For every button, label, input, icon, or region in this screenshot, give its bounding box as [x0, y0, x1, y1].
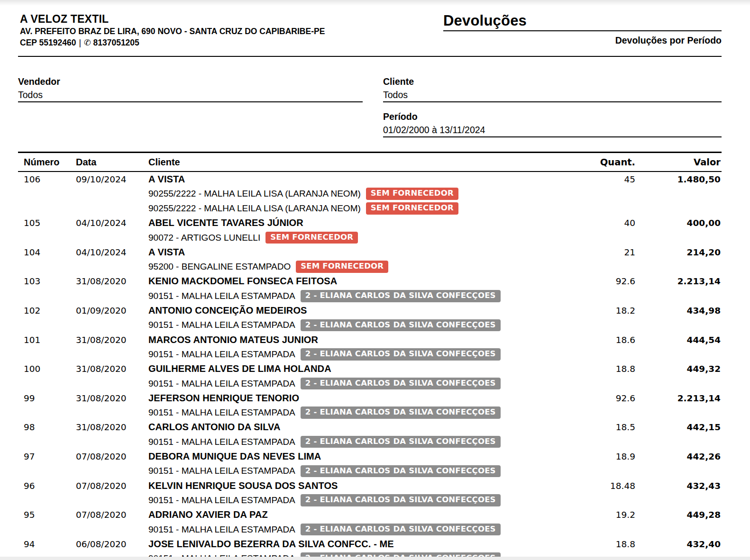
report-subtitle: Devoluções por Período: [443, 35, 722, 46]
cell-numero: 102: [24, 306, 76, 316]
column-header-quant: Quant.: [578, 157, 635, 168]
cell-valor: 444,54: [635, 335, 721, 345]
product-cell: 90151 - MALHA LEILA ESTAMPADA2 - ELIANA …: [148, 348, 578, 361]
cell-cliente: ADRIANO XAVIER DA PAZ: [148, 509, 578, 520]
table-record: 9507/08/2020ADRIANO XAVIER DA PAZ19.2449…: [18, 507, 722, 537]
supplier-badge: SEM FORNECEDOR: [366, 188, 458, 200]
supplier-badge: 2 - ELIANA CARLOS DA SILVA CONFECÇOES: [301, 378, 501, 390]
contact-separator: |: [76, 38, 84, 47]
cell-data: 01/09/2020: [76, 306, 148, 316]
supplier-badge: 2 - ELIANA CARLOS DA SILVA CONFECÇOES: [301, 436, 501, 448]
cell-quant: 21: [578, 247, 635, 257]
product-label: 90151 - MALHA LEILA ESTAMPADA: [148, 437, 295, 447]
record-product-row: 90151 - MALHA LEILA ESTAMPADA2 - ELIANA …: [18, 464, 722, 479]
product-cell: 90151 - MALHA LEILA ESTAMPADA2 - ELIANA …: [148, 552, 578, 560]
filter-periodo: Período 01/02/2000 à 13/11/2024: [383, 111, 722, 137]
record-main-row: 9831/08/2020CARLOS ANTONIO DA SILVA18.54…: [18, 420, 722, 435]
cell-quant: 40: [578, 218, 635, 228]
product-cell: 90255/2222 - MALHA LEILA LISA (LARANJA N…: [148, 188, 578, 200]
cell-numero: 98: [24, 422, 76, 432]
company-name: A VELOZ TEXTIL: [20, 12, 325, 26]
product-label: 90151 - MALHA LEILA ESTAMPADA: [148, 291, 295, 301]
supplier-badge: 2 - ELIANA CARLOS DA SILVA CONFECÇOES: [301, 290, 501, 302]
cell-numero: 104: [24, 247, 76, 257]
cell-quant: 92.6: [578, 393, 635, 403]
cell-data: 31/08/2020: [76, 335, 148, 345]
table-record: 9831/08/2020CARLOS ANTONIO DA SILVA18.54…: [18, 420, 722, 450]
cell-cliente: ANTONIO CONCEIÇÃO MEDEIROS: [148, 305, 578, 316]
cell-data: 31/08/2020: [76, 422, 148, 432]
record-product-row: 90255/2222 - MALHA LEILA LISA (LARANJA N…: [18, 187, 722, 201]
cell-data: 07/08/2020: [76, 481, 148, 491]
cell-quant: 18.5: [578, 422, 635, 432]
filter-vendedor-label: Vendedor: [18, 76, 363, 87]
table-record: 9707/08/2020DEBORA MUNIQUE DAS NEVES LIM…: [18, 449, 722, 479]
cell-data: 31/08/2020: [76, 364, 148, 374]
product-label: 90072 - ARTIGOS LUNELLI: [148, 233, 260, 243]
product-cell: 90151 - MALHA LEILA ESTAMPADA2 - ELIANA …: [148, 319, 578, 332]
cell-valor: 432,40: [635, 539, 721, 549]
product-label: 90151 - MALHA LEILA ESTAMPADA: [148, 553, 295, 560]
cell-numero: 94: [24, 539, 76, 549]
report-page: A VELOZ TEXTIL AV. PREFEITO BRAZ DE LIRA…: [0, 0, 750, 560]
filter-column-right: Cliente Todos Período 01/02/2000 à 13/11…: [383, 76, 722, 137]
record-main-row: 10504/10/2024ABEL VICENTE TAVARES JÚNIOR…: [18, 216, 722, 230]
table-record: 10201/09/2020ANTONIO CONCEIÇÃO MEDEIROS1…: [18, 303, 722, 333]
record-product-row: 90255/2222 - MALHA LEILA LISA (LARANJA N…: [18, 201, 722, 216]
cell-valor: 449,28: [635, 510, 721, 520]
record-product-row: 90151 - MALHA LEILA ESTAMPADA2 - ELIANA …: [18, 434, 722, 449]
cell-quant: 18.2: [578, 306, 635, 316]
column-header-cliente: Cliente: [148, 157, 578, 168]
product-label: 90151 - MALHA LEILA ESTAMPADA: [148, 524, 295, 535]
cell-valor: 2.213,14: [635, 276, 721, 286]
cell-cliente: GUILHERME ALVES DE LIMA HOLANDA: [148, 363, 578, 374]
company-block: A VELOZ TEXTIL AV. PREFEITO BRAZ DE LIRA…: [20, 12, 325, 48]
returns-table: Número Data Cliente Quant. Valor 10609/1…: [18, 152, 722, 560]
filter-vendedor: Vendedor Todos: [18, 76, 363, 102]
document-header: A VELOZ TEXTIL AV. PREFEITO BRAZ DE LIRA…: [18, 12, 722, 48]
cell-numero: 99: [24, 393, 76, 403]
cell-valor: 1.480,50: [635, 174, 721, 184]
cell-valor: 442,26: [635, 452, 721, 461]
table-record: 10609/10/2024A VISTA451.480,5090255/2222…: [18, 172, 722, 216]
table-record: 10131/08/2020MARCOS ANTONIO MATEUS JUNIO…: [18, 333, 722, 362]
cell-numero: 101: [24, 335, 76, 345]
record-main-row: 9507/08/2020ADRIANO XAVIER DA PAZ19.2449…: [18, 507, 722, 522]
product-label: 90151 - MALHA LEILA ESTAMPADA: [148, 320, 295, 330]
table-record: 9406/08/2020JOSE LENIVALDO BEZERRA DA SI…: [18, 537, 722, 560]
product-label: 95200 - BENGALINE ESTAMPADO: [148, 262, 291, 272]
cell-quant: 18.8: [578, 364, 635, 374]
cell-cliente: A VISTA: [148, 174, 578, 185]
supplier-badge: 2 - ELIANA CARLOS DA SILVA CONFECÇOES: [301, 465, 501, 478]
cell-valor: 434,98: [635, 306, 721, 316]
cell-quant: 18.6: [578, 335, 635, 345]
cell-valor: 2.213,14: [635, 393, 721, 403]
table-body: 10609/10/2024A VISTA451.480,5090255/2222…: [18, 172, 722, 560]
cell-valor: 400,00: [635, 218, 721, 228]
product-cell: 90151 - MALHA LEILA ESTAMPADA2 - ELIANA …: [148, 524, 578, 536]
record-main-row: 9406/08/2020JOSE LENIVALDO BEZERRA DA SI…: [18, 537, 722, 551]
record-product-row: 90151 - MALHA LEILA ESTAMPADA2 - ELIANA …: [18, 347, 722, 362]
cell-quant: 19.2: [578, 510, 635, 520]
record-product-row: 90072 - ARTIGOS LUNELLISEM FORNECEDOR: [18, 230, 722, 245]
table-record: 9607/08/2020KELVIN HENRIQUE SOUSA DOS SA…: [18, 479, 722, 508]
record-main-row: 10201/09/2020ANTONIO CONCEIÇÃO MEDEIROS1…: [18, 303, 722, 318]
record-product-row: 90151 - MALHA LEILA ESTAMPADA2 - ELIANA …: [18, 406, 722, 420]
cell-valor: 214,20: [635, 247, 721, 257]
cell-numero: 95: [24, 510, 76, 520]
column-header-numero: Número: [24, 157, 76, 168]
filters-section: Vendedor Todos Cliente Todos Período 01/…: [18, 76, 722, 137]
supplier-badge: 2 - ELIANA CARLOS DA SILVA CONFECÇOES: [301, 319, 501, 332]
table-record: 10404/10/2024A VISTA21214,2095200 - BENG…: [18, 245, 722, 274]
cell-cliente: MARCOS ANTONIO MATEUS JUNIOR: [148, 334, 578, 345]
filter-cliente-value: Todos: [383, 89, 722, 102]
cell-valor: 432,43: [635, 481, 721, 491]
cell-numero: 100: [24, 364, 76, 374]
supplier-badge: SEM FORNECEDOR: [366, 202, 458, 215]
filter-cliente: Cliente Todos: [383, 76, 722, 102]
supplier-badge: 2 - ELIANA CARLOS DA SILVA CONFECÇOES: [301, 494, 501, 506]
cell-data: 06/08/2020: [76, 539, 148, 549]
filter-periodo-value: 01/02/2000 à 13/11/2024: [383, 124, 722, 137]
product-label: 90151 - MALHA LEILA ESTAMPADA: [148, 466, 295, 476]
cell-quant: 92.6: [578, 276, 635, 286]
